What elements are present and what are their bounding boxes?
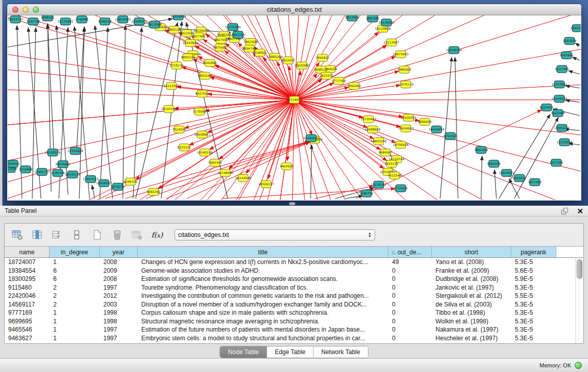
black-citation-edge[interactable] [573,57,580,60]
node-label: 1733426 [394,186,408,190]
select-rows-icon[interactable]: ✓✓ [52,229,63,240]
column-header-in_degree[interactable]: in_degree [50,247,100,257]
node-label: 28226058 [193,29,209,32]
network-canvas[interactable]: 7963822886012889129342822605898275051654… [8,15,581,200]
row-height-icon[interactable] [72,229,83,240]
close-panel-icon[interactable]: ✕ [577,208,583,214]
black-citation-edge[interactable] [565,86,580,88]
black-citation-edge[interactable] [95,26,113,199]
table-row[interactable]: 1456911722003Disruption of a novel membe… [5,300,575,309]
red-citation-edge[interactable] [220,100,294,159]
node-label: 20206576 [45,150,61,154]
table-row[interactable]: 2242004622012Investigating the contribut… [5,292,575,300]
table-mode-icon[interactable] [12,229,23,240]
float-panel-icon[interactable] [561,208,569,214]
table-header-row: namein_degreeyeartitle△out_de...shortpag… [5,247,583,258]
red-citation-edge[interactable] [191,36,294,100]
network-view-window[interactable]: citations_edges.txt 79638228860128891293… [7,4,581,201]
node-label: 8913044 [148,23,162,26]
table-row[interactable]: 946554611997Estimation of the future num… [5,325,575,334]
black-citation-edge[interactable] [494,170,496,199]
black-citation-edge[interactable] [575,43,580,46]
red-citation-edge[interactable] [294,15,571,100]
cell-title: Structural magnetic resonance image aver… [138,318,388,325]
citation-network-graph[interactable]: 7963822886012889129342822605898275051654… [8,15,581,200]
red-citation-edge[interactable] [246,100,294,173]
delete-entries-icon[interactable] [112,229,123,240]
black-citation-edge[interactable] [481,156,482,199]
cell-in_degree: 1 [50,326,100,333]
create-table-icon[interactable] [92,229,103,240]
column-header-title[interactable]: title [138,247,388,257]
panel-splitter-handle[interactable] [289,202,295,205]
red-citation-edge[interactable] [175,100,294,200]
function-builder-icon[interactable]: f(x) [151,229,163,240]
cell-out_degree: 0 [388,267,432,274]
cell-out_degree: 0 [388,318,432,325]
black-citation-edge[interactable] [565,100,580,102]
minimize-window-icon[interactable] [23,7,29,13]
node-label: 9890134 [181,55,195,59]
node-label: 15276402 [58,19,74,23]
table-row[interactable]: 969969511998Structural magnetic resonanc… [5,317,575,326]
cell-name: 9115460 [5,284,50,291]
cell-title: Corpus callosum shape and size in male p… [138,309,388,316]
tab-node-table[interactable]: Node Table [220,346,267,358]
node-label: 2803144 [198,74,212,77]
close-window-icon[interactable] [12,7,18,13]
column-header-year[interactable]: year [100,247,138,257]
table-row[interactable]: 1872400712008Changes of HCN gene express… [5,258,575,267]
cell-name: 14569117 [5,301,50,308]
window-titlebar[interactable]: citations_edges.txt [7,4,581,15]
table-body: 1872400712008Changes of HCN gene express… [5,258,575,343]
column-header-out_degree[interactable]: △out_de... [388,247,432,257]
table-row[interactable]: 977716911998Corpus callosum shape and si… [5,309,575,317]
black-citation-edge[interactable] [48,25,54,149]
red-citation-edge[interactable] [294,74,317,100]
cell-title: Estimation of the future numbers of pati… [138,326,388,333]
table-selector-value: citations_edges.txt [178,231,368,238]
black-citation-edge[interactable] [123,26,125,199]
tab-network-table[interactable]: Network Table [314,346,368,358]
black-citation-edge[interactable] [48,24,51,192]
cell-in_degree: 1 [50,309,100,316]
cell-in_degree: 2 [50,292,100,299]
table-row[interactable]: 1830029562008Estimation of significance … [5,275,575,283]
collapsed-left-panel-edge[interactable] [0,0,3,206]
cell-title: Tourette syndrome. Phenomenology and cla… [138,284,388,291]
red-citation-edge[interactable] [207,100,294,133]
column-header-name[interactable]: name [5,247,50,257]
red-citation-edge[interactable] [294,71,399,100]
table-selector-dropdown[interactable]: citations_edges.txt ▲▼ [175,229,375,240]
node-label: 9246101 [124,180,138,183]
black-citation-edge[interactable] [56,26,68,194]
table-row[interactable]: 1938455462009Genome-wide association stu… [5,267,575,275]
node-label: 8813054 [345,15,359,19]
zoom-window-icon[interactable] [33,7,39,13]
red-citation-edge[interactable] [294,100,581,171]
cell-year: 1997 [100,326,138,333]
show-columns-icon[interactable] [32,229,43,240]
node-label: 12213369 [164,84,180,87]
column-header-short[interactable]: short [432,247,511,257]
column-header-pagerank[interactable]: pagerank [511,247,556,257]
black-citation-edge[interactable] [499,114,550,199]
red-citation-edge[interactable] [294,100,367,127]
vertical-scrollbar[interactable] [575,258,583,343]
black-citation-edge[interactable] [92,185,95,199]
sort-ascending-icon: △ [391,249,396,255]
black-citation-edge[interactable] [569,71,580,74]
node-label: 12505135 [65,172,81,176]
table-row[interactable]: 911546021997Tourette syndrome. Phenomeno… [5,283,575,292]
memory-ok-indicator-icon[interactable] [575,362,582,369]
cell-year: 1997 [100,284,138,291]
cell-short: Franke et al. (2009) [432,267,511,274]
cell-short: Hescheler et al. (1997) [432,335,511,342]
node-label: 8186328 [217,33,231,36]
node-label: 9329966 [560,53,574,57]
black-citation-edge[interactable] [455,57,458,199]
node-label: 7462662 [347,84,361,87]
scrollbar-thumb[interactable] [577,259,582,279]
tab-edge-table[interactable]: Edge Table [267,346,314,358]
table-row[interactable]: 946362711997Embryonic stem cells: a mode… [5,334,575,343]
